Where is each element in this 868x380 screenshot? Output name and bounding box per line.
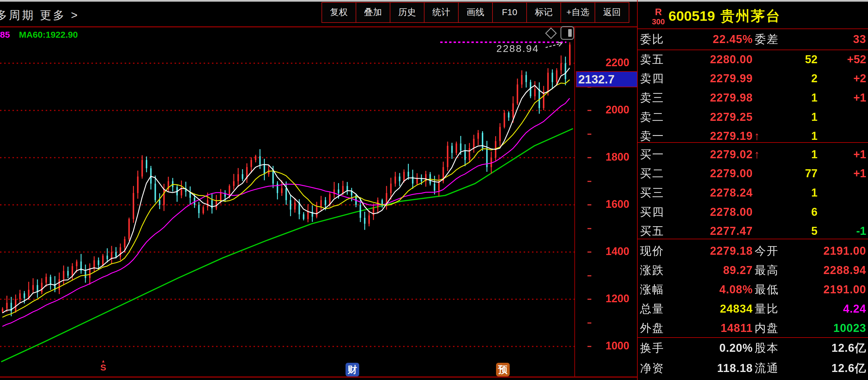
- axis-tick: [587, 110, 591, 111]
- chart-axis-divider: [575, 27, 575, 378]
- clipped-row: 收益(: [638, 378, 868, 380]
- info-row-1: 现价2279.18今开2191.00: [638, 241, 868, 260]
- info-row-2: 涨跌89.27最高2288.94: [638, 261, 868, 280]
- toolbar-button-复权[interactable]: 复权: [321, 2, 356, 23]
- info-row-2-value2: 2288.94: [638, 261, 866, 280]
- axis-tick: [587, 299, 591, 300]
- ask-row-5[interactable]: 卖一2279.19↑1: [638, 126, 868, 146]
- ask-row-1[interactable]: 卖五2280.0052+52: [638, 50, 868, 69]
- axis-label-1200: 1200: [596, 292, 629, 305]
- ask-row-5-volume: 1: [638, 126, 817, 146]
- ask-row-2[interactable]: 卖四2279.992+2: [638, 69, 868, 88]
- high-price-annotation: 2288.94: [496, 43, 539, 54]
- event-marker-letter: S: [98, 363, 108, 372]
- info-row-1-value2: 2191.00: [638, 241, 866, 260]
- bid-row-2-change: +1: [638, 164, 866, 183]
- kline-canvas[interactable]: [0, 27, 575, 380]
- toolbar: 复权叠加历史统计画线F10标记+自选返回: [322, 2, 629, 23]
- bottom-row-1-value2: 12.6亿: [638, 339, 866, 357]
- ask-row-1-change: +52: [638, 50, 866, 69]
- panel-separator: [638, 29, 868, 29]
- quote-panel: 委比 22.45% 委差 33 卖五2280.0052+52卖四2279.992…: [637, 0, 868, 380]
- toolbar-button-历史[interactable]: 历史: [390, 2, 425, 23]
- finance-report-marker[interactable]: 财: [345, 363, 359, 376]
- toolbar-button-+自选[interactable]: +自选: [560, 2, 595, 23]
- period-menu[interactable]: 多周期 更多 >: [0, 8, 79, 23]
- bid-row-5[interactable]: 买五2277.475-1: [638, 221, 868, 241]
- forecast-marker[interactable]: 预: [496, 363, 510, 376]
- axis-tick: [587, 181, 591, 182]
- toolbar-button-画线[interactable]: 画线: [458, 2, 493, 23]
- toolbar-button-叠加[interactable]: 叠加: [355, 2, 390, 23]
- toolbar-button-返回[interactable]: 返回: [595, 2, 629, 23]
- chart-bottom-border: [0, 376, 638, 378]
- axis-label-1400: 1400: [596, 245, 629, 258]
- axis-label-2000: 2000: [596, 104, 629, 116]
- bid-row-1-change: +1: [638, 145, 866, 164]
- bottom-row-1: 换手0.20%股本12.6亿: [638, 339, 868, 357]
- axis-label-1800: 1800: [596, 151, 629, 163]
- info-row-4: 总量24834量比4.24: [638, 299, 868, 318]
- toolbar-button-统计[interactable]: 统计: [424, 2, 459, 23]
- axis-tick: [587, 251, 591, 253]
- bottom-row-2: 净资118.18流通12.6亿: [638, 359, 868, 378]
- axis-tick: [587, 134, 591, 135]
- panel-toggle-bar: [568, 29, 572, 37]
- bid-row-4-volume: 6: [638, 202, 817, 221]
- ask-row-3-change: +1: [638, 88, 866, 107]
- bid-row-3-volume: 1: [638, 183, 817, 202]
- toolbar-button-标记[interactable]: 标记: [526, 2, 561, 23]
- ask-row-2-change: +2: [638, 69, 866, 88]
- current-price-tag: 2132.7: [576, 71, 638, 87]
- info-row-5-value2: 10023: [638, 319, 866, 338]
- weicha-value: 33: [638, 30, 866, 49]
- bid-row-3[interactable]: 买三2278.241: [638, 183, 868, 202]
- event-marker-s[interactable]: ▲ S: [98, 359, 108, 372]
- axis-tick: [587, 228, 591, 229]
- axis-tick: [587, 157, 591, 158]
- clipped-row-label: 收益(: [640, 378, 669, 380]
- axis-label-1600: 1600: [596, 198, 629, 211]
- axis-tick: [587, 322, 591, 324]
- bid-row-2[interactable]: 买二2279.0077+1: [638, 164, 868, 183]
- weibi-row: 委比 22.45% 委差 33: [638, 30, 868, 49]
- bottom-row-2-value2: 12.6亿: [638, 359, 866, 378]
- info-row-4-value2: 4.24: [638, 299, 866, 318]
- trading-terminal: 多周期 更多 > 复权叠加历史统计画线F10标记+自选返回 R 300 6005…: [0, 0, 868, 380]
- ask-row-3[interactable]: 卖三2279.981+1: [638, 88, 868, 107]
- axis-label-2200: 2200: [596, 56, 629, 69]
- axis-tick: [587, 275, 591, 276]
- bid-row-1[interactable]: 买一2279.02↑1+1: [638, 145, 868, 164]
- panel-toggle-icon[interactable]: [560, 26, 574, 40]
- info-row-3: 涨幅4.08%最低2191.00: [638, 280, 868, 299]
- info-row-5: 外盘14811内盘10023: [638, 319, 868, 338]
- axis-tick: [587, 346, 591, 347]
- bid-row-5-change: -1: [638, 221, 866, 241]
- bid-row-4[interactable]: 买四2278.006: [638, 202, 868, 221]
- ask-row-4-volume: 1: [638, 107, 817, 126]
- high-arrow-icon: [545, 40, 567, 49]
- info-row-3-value2: 2191.00: [638, 280, 866, 299]
- ask-row-4[interactable]: 卖二2279.251: [638, 107, 868, 126]
- axis-label-1000: 1000: [596, 340, 629, 352]
- axis-tick: [587, 204, 591, 205]
- toolbar-button-F10[interactable]: F10: [492, 2, 527, 23]
